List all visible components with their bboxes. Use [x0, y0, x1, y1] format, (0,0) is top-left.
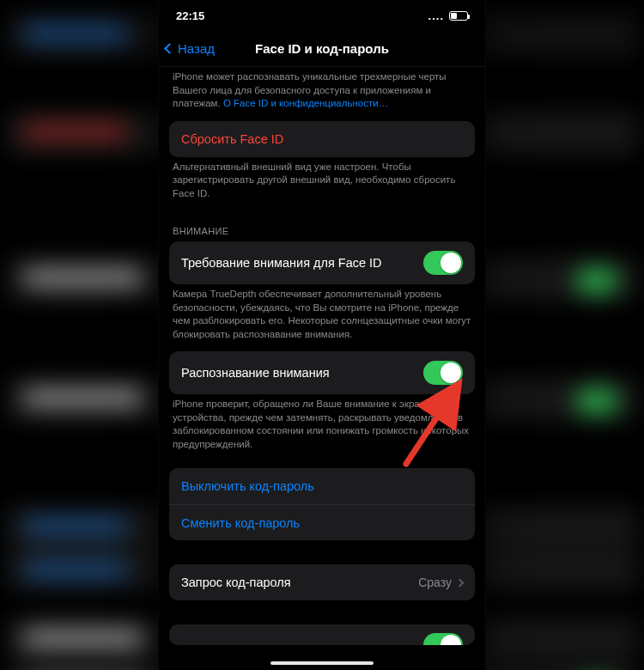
attention-aware-description: iPhone проверит, обращено ли Ваше вниман… — [159, 394, 485, 461]
attention-header: ВНИМАНИЕ — [159, 210, 485, 241]
require-passcode-value: Сразу — [418, 576, 452, 589]
reset-description: Альтернативный внешний вид уже настроен.… — [159, 157, 485, 211]
disable-passcode-button[interactable]: Выключить код-пароль — [169, 468, 475, 504]
attention-aware-toggle[interactable] — [423, 361, 463, 385]
reset-face-id-button[interactable]: Сбросить Face ID — [169, 121, 475, 157]
reset-group: Сбросить Face ID — [169, 121, 475, 157]
chevron-left-icon — [164, 43, 175, 54]
home-indicator[interactable] — [270, 661, 374, 665]
battery-icon — [449, 11, 468, 21]
phone-frame: 22:15 .... Назад Face ID и код-пароль iP… — [159, 0, 485, 670]
require-passcode-group: Запрос код-пароля Сразу — [169, 564, 475, 600]
status-time: 22:15 — [176, 9, 204, 22]
back-button[interactable]: Назад — [166, 41, 215, 56]
next-group — [169, 624, 475, 645]
require-attention-group: Требование внимания для Face ID — [169, 241, 475, 284]
attention-aware-group: Распознавание внимания — [169, 351, 475, 394]
nav-bar: Назад Face ID и код-пароль — [159, 31, 485, 67]
require-attention-toggle[interactable] — [423, 251, 463, 275]
face-id-privacy-link[interactable]: О Face ID и конфиденциальности… — [223, 98, 388, 108]
cellular-dots: .... — [428, 9, 444, 22]
back-label: Назад — [178, 41, 215, 56]
partial-row[interactable] — [169, 624, 475, 645]
status-bar: 22:15 .... — [159, 0, 485, 31]
passcode-actions-group: Выключить код-пароль Сменить код-пароль — [169, 468, 475, 540]
intro-description: iPhone может распознавать уникальные тре… — [159, 67, 485, 121]
chevron-right-icon — [456, 578, 465, 587]
settings-content[interactable]: iPhone может распознавать уникальные тре… — [159, 67, 485, 670]
partial-toggle[interactable] — [423, 633, 463, 645]
page-title: Face ID и код-пароль — [255, 41, 389, 56]
require-attention-description: Камера TrueDepth обеспечивает дополнител… — [159, 284, 485, 351]
attention-aware-row[interactable]: Распознавание внимания — [169, 351, 475, 394]
change-passcode-button[interactable]: Сменить код-пароль — [169, 504, 475, 540]
require-passcode-row[interactable]: Запрос код-пароля Сразу — [169, 564, 475, 600]
require-attention-row[interactable]: Требование внимания для Face ID — [169, 241, 475, 284]
